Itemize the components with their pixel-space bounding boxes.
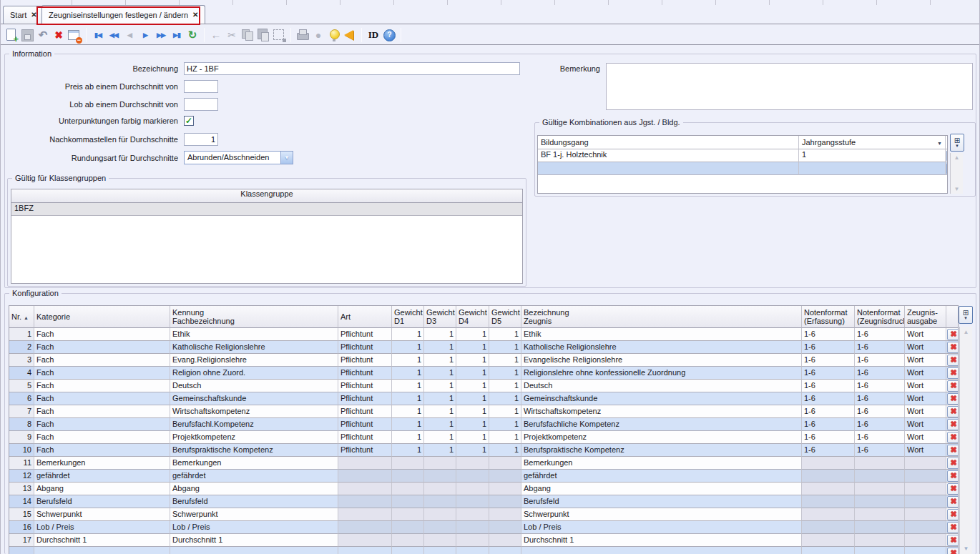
delete-icon[interactable]: ✖ [51,27,67,43]
chevron-down-icon[interactable]: ▼ [280,152,293,164]
table-row-new[interactable]: ✖ [538,162,947,175]
konfig-col-header[interactable]: GewichtD1 [392,306,424,328]
fast-next-icon[interactable]: ▶▶ [153,27,169,43]
delete-row-button[interactable]: ✖ [947,496,959,508]
rundungsart-dropdown[interactable]: Abrunden/Abschneiden ▼ [184,151,293,164]
delete-row-button[interactable]: ✖ [947,342,959,353]
lob-durchschnitt-input[interactable] [184,98,218,111]
close-icon[interactable]: ✕ [31,11,36,19]
column-chooser-button[interactable]: ⊞ ▼ [950,134,964,152]
table-row[interactable]: 12gefährdetgefährdetgefährdet✖ [9,470,958,483]
konfig-col-header[interactable]: Zeugnis-ausgabe [905,306,946,328]
delete-row-button[interactable]: ✖ [947,329,959,340]
kombinationen-scrollbar[interactable]: ▲ ▼ [950,153,963,194]
table-row[interactable]: 4FachReligion ohne Zuord.Pflichtunt1111R… [9,367,958,380]
last-record-icon[interactable]: ▶▮ [169,27,185,43]
bezeichnung-input[interactable] [184,62,520,75]
delete-row-button[interactable]: ✖ [947,548,959,554]
scroll-up-icon[interactable]: ▲ [951,154,963,161]
kombinationen-col-bildungsgang[interactable]: Bildungsgang [538,136,799,149]
konfig-col-header[interactable]: GewichtD5 [489,306,521,328]
delete-row-button[interactable]: ✖ [947,445,959,456]
delete-row-button[interactable]: ✖ [947,535,959,546]
help-icon[interactable] [381,27,397,43]
delete-row-button[interactable]: ✖ [947,470,959,482]
delete-row-button[interactable]: ✖ [946,163,948,174]
delete-row-button[interactable]: ✖ [947,509,959,520]
hint-icon[interactable] [326,27,342,43]
scroll-down-icon[interactable]: ▼ [960,545,972,552]
select-icon[interactable] [271,27,287,43]
tab-zeugniseinstellungen[interactable]: Zeugniseinstellungen festlegen / ändern … [41,5,205,24]
table-row[interactable]: 9FachProjektkompetenzPflichtunt1111Proje… [9,431,958,444]
table-row[interactable]: ✖ [9,547,958,554]
konfig-col-header[interactable]: Notenformat(Erfassung) [802,306,855,328]
paste-icon[interactable] [255,27,271,43]
new-record-icon[interactable] [4,27,19,43]
table-row[interactable]: 3FachEvang.ReligionslehrePflichtunt1111E… [9,354,958,367]
delete-row-button[interactable]: ✖ [946,150,948,162]
konfig-col-header[interactable]: Art [338,306,392,328]
delete-row-button[interactable]: ✖ [947,432,959,443]
notification-icon[interactable] [342,27,358,43]
table-row[interactable]: 1FachEthikPflichtunt1111Ethik1-61-6Wort✖ [9,328,958,341]
nachkommastellen-input[interactable] [184,133,218,146]
table-row[interactable]: BF 1-j. Holztechnik1✖ [538,149,947,162]
unterpunktungen-checkbox[interactable]: ✓ [184,116,194,126]
table-row[interactable]: 5FachDeutschPflichtunt1111Deutsch1-61-6W… [9,380,958,392]
refresh-icon[interactable]: ↻ [185,27,200,43]
konfig-col-header[interactable]: GewichtD4 [456,306,489,328]
delete-row-button[interactable]: ✖ [947,522,959,533]
delete-row-button[interactable]: ✖ [947,380,959,392]
delete-row-button[interactable]: ✖ [947,483,959,495]
bemerkung-textarea[interactable] [606,63,973,110]
table-row[interactable]: 8FachBerufsfachl.KompetenzPflichtunt1111… [9,418,958,431]
konfig-col-header[interactable]: GewichtD3 [424,306,456,328]
record-icon[interactable]: ● [310,27,326,43]
column-chooser-button[interactable]: ⊞ ▼ [959,306,973,324]
scroll-up-icon[interactable]: ▲ [960,329,972,335]
delete-row-button[interactable]: ✖ [947,355,959,366]
prev-record-icon[interactable]: ◀ [122,27,137,43]
konfig-col-header[interactable]: KennungFachbezeichnung [170,306,338,328]
back-icon[interactable]: ← [208,27,224,43]
konfiguration-scrollbar[interactable]: ▲ ▼ [959,327,972,554]
next-record-icon[interactable]: ▶ [137,27,153,43]
cut-icon[interactable]: ✂ [224,27,240,43]
konfig-col-header[interactable] [946,306,959,328]
list-item[interactable]: 1BFZ [11,203,522,216]
klassengruppen-col-header[interactable]: Klassengruppe [11,189,522,203]
table-row[interactable]: 15SchwerpunktSchwerpunktSchwerpunkt✖ [9,508,958,521]
filter-dropdown-icon[interactable] [937,138,942,147]
delete-row-button[interactable]: ✖ [947,367,959,379]
table-row[interactable]: 2FachKatholische ReligionslehrePflichtun… [9,341,958,354]
konfig-col-header[interactable]: Notenformat(Zeugnisdruck) [855,306,905,328]
table-row[interactable]: 10FachBerufspraktische KompetenzPflichtu… [9,444,958,457]
edit-form-icon[interactable] [67,27,82,43]
konfig-col-header[interactable]: Nr. [9,306,34,328]
table-row[interactable]: 13AbgangAbgangAbgang✖ [9,483,958,495]
table-row[interactable]: 7FachWirtschaftskompetenzPflichtunt1111W… [9,405,958,418]
table-row[interactable]: 17Durchschnitt 1Durchschnitt 1Durchschni… [9,534,958,547]
delete-row-button[interactable]: ✖ [947,457,959,469]
konfig-col-header[interactable]: Kategorie [34,306,170,328]
kombinationen-col-jahrgangsstufe[interactable]: Jahrgangsstufe [799,136,946,149]
undo-icon[interactable]: ↶ [35,27,51,43]
delete-row-button[interactable]: ✖ [947,406,959,417]
table-row[interactable]: 11BemerkungenBemerkungenBemerkungen✖ [9,457,958,470]
delete-row-button[interactable]: ✖ [947,419,959,430]
delete-row-button[interactable]: ✖ [947,393,959,405]
scroll-down-icon[interactable]: ▼ [951,186,963,192]
first-record-icon[interactable]: ▮◀ [90,27,106,43]
preis-durchschnitt-input[interactable] [184,80,218,93]
copy-icon[interactable] [240,27,255,43]
table-row[interactable]: 6FachGemeinschaftskundePflichtunt1111Gem… [9,392,958,405]
close-icon[interactable]: ✕ [192,11,198,19]
konfig-col-header[interactable]: BezeichnungZeugnis [521,306,802,328]
fast-prev-icon[interactable]: ◀◀ [106,27,122,43]
id-button[interactable]: ID [366,27,381,43]
save-icon[interactable] [19,27,35,43]
table-row[interactable]: 14BerufsfeldBerufsfeldBerufsfeld✖ [9,495,958,508]
print-icon[interactable] [295,27,310,43]
tab-start[interactable]: Start ✕ [3,6,44,24]
